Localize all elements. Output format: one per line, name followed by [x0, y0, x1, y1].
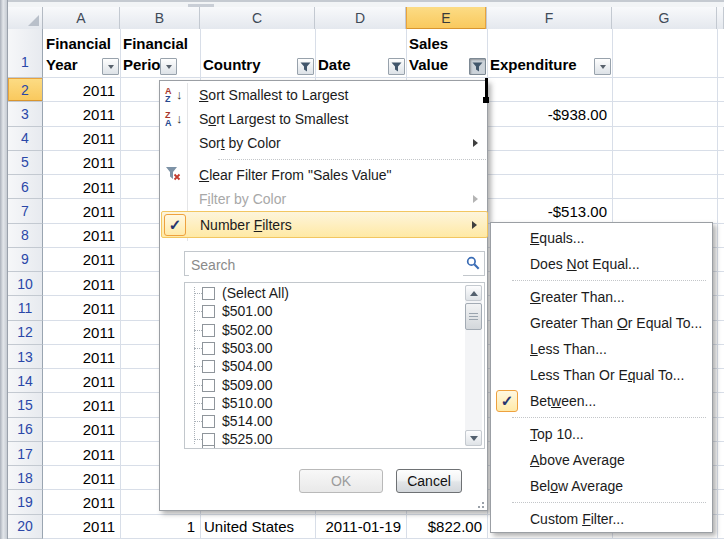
filter-value-option[interactable]: $510.00 — [186, 394, 446, 412]
cell-A20[interactable]: 2011 — [43, 515, 120, 539]
filter-value-option[interactable]: $514.00 — [186, 412, 446, 430]
menu-item-clear-filter-from-sales-value[interactable]: Clear Filter From "Sales Value" — [161, 163, 488, 187]
dropdown-button-B[interactable] — [160, 58, 177, 75]
submenu-item-greater-than[interactable]: Greater Than... — [492, 284, 712, 310]
checkbox-icon[interactable] — [202, 287, 215, 300]
cell-A6[interactable]: 2011 — [43, 175, 120, 199]
cell-A14[interactable]: 2011 — [43, 369, 120, 393]
cell-A9[interactable]: 2011 — [43, 248, 120, 272]
row-header-19[interactable]: 19 — [8, 490, 43, 514]
row-header-18[interactable]: 18 — [8, 466, 43, 490]
row-header-4[interactable]: 4 — [8, 127, 43, 151]
submenu-item-below-average[interactable]: Below Average — [492, 473, 712, 499]
checkbox-icon[interactable] — [202, 324, 215, 337]
filter-value-option[interactable]: $525.00 — [186, 430, 446, 448]
search-input[interactable] — [189, 253, 463, 276]
scroll-down-button[interactable] — [465, 430, 482, 446]
row-header-11[interactable]: 11 — [8, 296, 43, 320]
submenu-item-less-than[interactable]: Less Than... — [492, 336, 712, 362]
list-scrollbar[interactable] — [465, 285, 482, 446]
cell-A16[interactable]: 2011 — [43, 418, 120, 442]
cell-A7[interactable]: 2011 — [43, 199, 120, 223]
column-header-G[interactable]: G — [612, 7, 717, 29]
row-header-6[interactable]: 6 — [8, 175, 43, 199]
cell-B20[interactable]: 1 — [120, 515, 200, 539]
column-header-F[interactable]: F — [487, 7, 612, 29]
filter-value-option[interactable]: $501.00 — [186, 302, 446, 320]
cell-A12[interactable]: 2011 — [43, 321, 120, 345]
column-header-D[interactable]: D — [315, 7, 406, 29]
cell-A15[interactable]: 2011 — [43, 393, 120, 417]
filter-value-option[interactable]: $503.00 — [186, 339, 446, 357]
row-header-14[interactable]: 14 — [8, 369, 43, 393]
menu-item-sort-by-color[interactable]: Sort by Color — [161, 131, 488, 155]
row-header-15[interactable]: 15 — [8, 393, 43, 417]
submenu-item-less-than-or-equal-to[interactable]: Less Than Or Equal To... — [492, 362, 712, 388]
filter-button-D[interactable] — [388, 58, 405, 75]
submenu-item-custom-filter[interactable]: Custom Filter... — [492, 506, 712, 532]
checkbox-icon[interactable] — [202, 379, 215, 392]
row-header-8[interactable]: 8 — [8, 224, 43, 248]
checkbox-icon[interactable] — [202, 305, 215, 318]
resize-grip[interactable] — [472, 498, 484, 508]
filter-value-option[interactable]: $504.00 — [186, 357, 446, 375]
ok-button[interactable]: OK — [299, 469, 383, 493]
dropdown-button-F[interactable] — [594, 58, 611, 75]
scrollbar-thumb[interactable] — [465, 303, 482, 330]
cell-A10[interactable]: 2011 — [43, 272, 120, 296]
menu-item-sort-largest-to-smallest[interactable]: ZA↓Sort Largest to Smallest — [161, 107, 488, 131]
checkbox-icon[interactable] — [202, 360, 215, 373]
cell-A18[interactable]: 2011 — [43, 466, 120, 490]
cell-A2[interactable]: 2011 — [43, 78, 120, 102]
filter-value-option[interactable]: $509.00 — [186, 376, 446, 394]
cell-F3[interactable]: -$938.00 — [487, 102, 612, 126]
row-header-9[interactable]: 9 — [8, 248, 43, 272]
submenu-item-between[interactable]: ✓Between... — [492, 388, 712, 414]
filter-button-C[interactable] — [297, 58, 314, 75]
column-header-C[interactable]: C — [200, 7, 315, 29]
cell-A13[interactable]: 2011 — [43, 345, 120, 369]
row-header-7[interactable]: 7 — [8, 199, 43, 223]
row-header-20[interactable]: 20 — [8, 515, 43, 539]
menu-item-number-filters[interactable]: ✓Number Filters — [161, 211, 488, 238]
row-header-13[interactable]: 13 — [8, 345, 43, 369]
search-icon[interactable] — [466, 256, 481, 271]
fill-handle[interactable] — [483, 97, 489, 103]
cell-C20[interactable]: United States — [200, 515, 315, 539]
column-header-B[interactable]: B — [120, 7, 200, 29]
cell-A11[interactable]: 2011 — [43, 296, 120, 320]
filter-value-option[interactable]: $502.00 — [186, 321, 446, 339]
cell-F7[interactable]: -$513.00 — [487, 199, 612, 223]
cell-A17[interactable]: 2011 — [43, 442, 120, 466]
cell-A3[interactable]: 2011 — [43, 102, 120, 126]
row-header-16[interactable]: 16 — [8, 418, 43, 442]
select-all-corner[interactable] — [8, 7, 43, 29]
cell-A5[interactable]: 2011 — [43, 151, 120, 175]
filter-value-option[interactable]: (Select All) — [186, 284, 446, 302]
row-header-2[interactable]: 2 — [8, 78, 43, 102]
row-header-12[interactable]: 12 — [8, 321, 43, 345]
cell-A19[interactable]: 2011 — [43, 490, 120, 514]
checkbox-icon[interactable] — [202, 397, 215, 410]
submenu-item-does-not-equal[interactable]: Does Not Equal... — [492, 251, 712, 277]
menu-item-sort-smallest-to-largest[interactable]: AZ↓Sort Smallest to Largest — [161, 83, 488, 107]
cell-A4[interactable]: 2011 — [43, 127, 120, 151]
cell-A8[interactable]: 2011 — [43, 224, 120, 248]
row-header-1[interactable]: 1 — [8, 29, 43, 78]
checkbox-icon[interactable] — [202, 342, 215, 355]
checkbox-icon[interactable] — [202, 433, 215, 446]
cell-E20[interactable]: $822.00 — [406, 515, 487, 539]
cell-D20[interactable]: 2011-01-19 — [315, 515, 406, 539]
column-header-E[interactable]: E — [406, 7, 487, 29]
submenu-item-top-10[interactable]: Top 10... — [492, 421, 712, 447]
row-header-3[interactable]: 3 — [8, 102, 43, 126]
column-header-A[interactable]: A — [43, 7, 120, 29]
row-header-10[interactable]: 10 — [8, 272, 43, 296]
submenu-item-above-average[interactable]: Above Average — [492, 447, 712, 473]
filter-button-E[interactable] — [469, 58, 486, 75]
checkbox-icon[interactable] — [202, 415, 215, 428]
submenu-item-equals[interactable]: Equals... — [492, 225, 712, 251]
menu-item-filter-by-color[interactable]: Filter by Color — [161, 187, 488, 211]
dropdown-button-A[interactable] — [102, 58, 119, 75]
row-header-17[interactable]: 17 — [8, 442, 43, 466]
